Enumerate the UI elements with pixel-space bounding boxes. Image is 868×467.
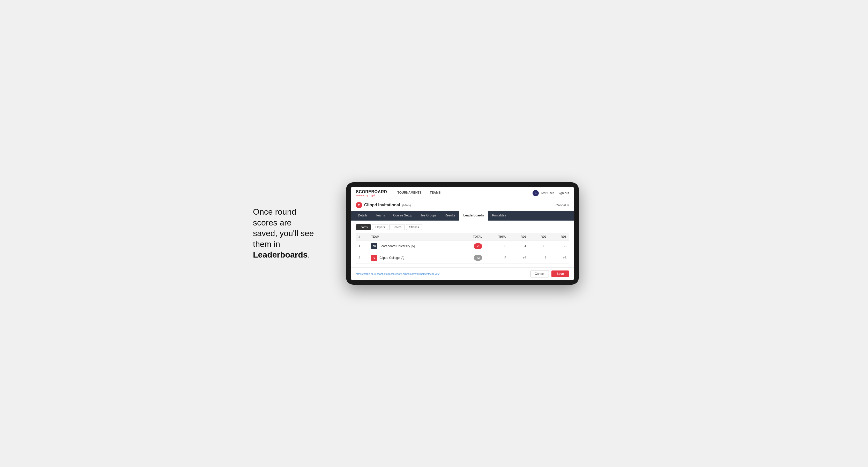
row2-rank: 2 xyxy=(356,252,369,264)
col-rd1: RD1 xyxy=(509,233,529,241)
table-row: 1 SU Scoreboard University [A] -5 F xyxy=(356,241,569,252)
row1-team-logo: SU xyxy=(371,243,377,249)
col-thru: THRU xyxy=(485,233,509,241)
row1-team-cell: SU Scoreboard University [A] xyxy=(371,243,456,249)
row2-rd1: +8 xyxy=(509,252,529,264)
row2-thru: F xyxy=(485,252,509,264)
row2-total-badge: +3 xyxy=(474,255,482,261)
user-name: Test User | xyxy=(541,191,556,195)
tournament-gender: (Men) xyxy=(402,203,411,207)
col-rd3: RD3 xyxy=(549,233,569,241)
tournament-header: C Clippd Invitational (Men) Cancel × xyxy=(351,199,574,211)
row1-total: -5 xyxy=(458,241,485,252)
row1-rd2: +5 xyxy=(529,241,549,252)
tournament-name: Clippd Invitational xyxy=(364,203,400,207)
content-area: Teams Players Scores Strokes # TEAM TOTA… xyxy=(351,221,574,268)
tabs-bar: Details Teams Course Setup Tee Groups Re… xyxy=(351,211,574,221)
logo-text: SCOREBOARD xyxy=(356,190,387,194)
col-rd2: RD2 xyxy=(529,233,549,241)
leaderboard-table: # TEAM TOTAL THRU RD1 RD2 RD3 1 xyxy=(356,233,569,264)
tab-tee-groups[interactable]: Tee Groups xyxy=(416,211,440,221)
left-line5-bold: Leaderboards xyxy=(253,250,308,259)
left-line4: them in xyxy=(253,240,280,249)
col-team: TEAM xyxy=(369,233,458,241)
cancel-tournament-button[interactable]: Cancel × xyxy=(556,203,569,207)
filter-teams[interactable]: Teams xyxy=(356,224,371,230)
row2-total: +3 xyxy=(458,252,485,264)
nav-links: TOURNAMENTS TEAMS xyxy=(393,187,532,199)
tournament-title-area: C Clippd Invitational (Men) xyxy=(356,202,411,208)
footer-bar: https://stage-blue-coach.stagescorebord.… xyxy=(351,268,574,280)
row2-team-name: Clippd College [A] xyxy=(379,256,404,260)
tab-details[interactable]: Details xyxy=(354,211,372,221)
logo-area: SCOREBOARD Powered by clippd xyxy=(356,190,387,197)
row1-team: SU Scoreboard University [A] xyxy=(369,241,458,252)
filter-scores[interactable]: Scores xyxy=(389,224,405,230)
col-rank: # xyxy=(356,233,369,241)
tab-leaderboards[interactable]: Leaderboards xyxy=(459,211,488,221)
left-text-block: Once round scores are saved, you'll see … xyxy=(253,207,331,260)
row1-thru: F xyxy=(485,241,509,252)
tournament-icon: C xyxy=(356,202,362,208)
left-line5-end: . xyxy=(308,250,310,259)
row1-rd1: -4 xyxy=(509,241,529,252)
table-body: 1 SU Scoreboard University [A] -5 F xyxy=(356,241,569,264)
left-line3: saved, you'll see xyxy=(253,228,314,238)
sign-out-link[interactable]: Sign out xyxy=(558,191,569,195)
row2-team-cell: C Clippd College [A] xyxy=(371,255,456,261)
left-line2: scores are xyxy=(253,218,291,227)
filter-players[interactable]: Players xyxy=(372,224,388,230)
filter-strokes[interactable]: Strokes xyxy=(406,224,422,230)
tablet-device: SCOREBOARD Powered by clippd TOURNAMENTS… xyxy=(346,182,579,285)
tab-teams[interactable]: Teams xyxy=(372,211,389,221)
nav-right: S Test User | Sign out xyxy=(532,190,569,196)
row1-rank: 1 xyxy=(356,241,369,252)
row2-rd3: +3 xyxy=(549,252,569,264)
row1-total-badge: -5 xyxy=(474,243,482,249)
left-line1: Once round xyxy=(253,207,296,216)
row2-team: C Clippd College [A] xyxy=(369,252,458,264)
page-wrapper: Once round scores are saved, you'll see … xyxy=(253,182,615,285)
clippd-brand: clippd xyxy=(369,194,375,197)
col-total: TOTAL xyxy=(458,233,485,241)
footer-cancel-button[interactable]: Cancel xyxy=(530,270,549,277)
tab-results[interactable]: Results xyxy=(440,211,459,221)
filter-buttons: Teams Players Scores Strokes xyxy=(356,224,569,230)
user-avatar: S xyxy=(532,190,539,196)
footer-url: https://stage-blue-coach.stagescorebord.… xyxy=(356,273,528,275)
tab-course-setup[interactable]: Course Setup xyxy=(389,211,416,221)
table-row: 2 C Clippd College [A] +3 F xyxy=(356,252,569,264)
logo-sub: Powered by clippd xyxy=(356,194,387,197)
top-navigation: SCOREBOARD Powered by clippd TOURNAMENTS… xyxy=(351,187,574,199)
table-header: # TEAM TOTAL THRU RD1 RD2 RD3 xyxy=(356,233,569,241)
row2-team-logo: C xyxy=(371,255,377,261)
tablet-screen: SCOREBOARD Powered by clippd TOURNAMENTS… xyxy=(351,187,574,280)
nav-link-teams[interactable]: TEAMS xyxy=(426,187,445,199)
footer-save-button[interactable]: Save xyxy=(551,271,569,277)
row1-team-name: Scoreboard University [A] xyxy=(379,244,414,248)
row2-rd2: -8 xyxy=(529,252,549,264)
tab-printables[interactable]: Printables xyxy=(488,211,510,221)
nav-link-tournaments[interactable]: TOURNAMENTS xyxy=(393,187,426,199)
row1-rd3: -6 xyxy=(549,241,569,252)
